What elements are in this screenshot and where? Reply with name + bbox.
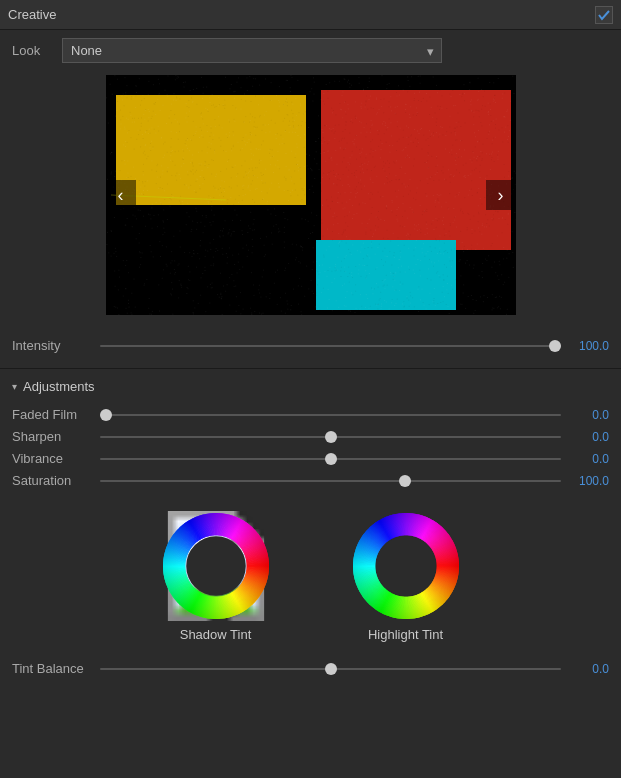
sharpen-value: 0.0 — [569, 430, 609, 444]
look-select-wrapper: None Aged Photo Cinematic Faded Vivid — [62, 38, 442, 63]
panel-title: Creative — [8, 7, 56, 22]
vibrance-label: Vibrance — [12, 451, 92, 466]
intensity-section: Intensity 100.0 — [0, 327, 621, 364]
intensity-value: 100.0 — [569, 339, 609, 353]
preview-canvas — [106, 75, 516, 315]
saturation-label: Saturation — [12, 473, 92, 488]
highlight-tint-label: Highlight Tint — [368, 627, 443, 642]
prev-arrow[interactable]: ‹ — [106, 180, 136, 210]
saturation-row: Saturation 100.0 — [12, 473, 609, 488]
look-label: Look — [12, 43, 52, 58]
tint-balance-slider[interactable] — [100, 668, 561, 670]
vibrance-slider-wrapper — [100, 458, 561, 460]
shadow-tint-item: Shadow Tint — [161, 511, 271, 642]
vibrance-slider[interactable] — [100, 458, 561, 460]
tint-balance-row: Tint Balance 0.0 — [12, 661, 609, 676]
saturation-slider[interactable] — [100, 480, 561, 482]
vibrance-row: Vibrance 0.0 — [12, 451, 609, 466]
highlight-tint-wheel[interactable] — [351, 511, 461, 621]
sharpen-slider-wrapper — [100, 436, 561, 438]
panel-header: Creative — [0, 0, 621, 30]
vibrance-value: 0.0 — [569, 452, 609, 466]
shadow-tint-label: Shadow Tint — [180, 627, 252, 642]
faded-film-row: Faded Film 0.0 — [12, 407, 609, 422]
tint-balance-label: Tint Balance — [12, 661, 92, 676]
tint-balance-section: Tint Balance 0.0 — [0, 650, 621, 687]
shadow-tint-wheel[interactable] — [161, 511, 271, 621]
look-row: Look None Aged Photo Cinematic Faded Viv… — [0, 30, 621, 71]
next-arrow[interactable]: › — [486, 180, 516, 210]
intensity-slider[interactable] — [100, 345, 561, 347]
highlight-tint-item: Highlight Tint — [351, 511, 461, 642]
intensity-label: Intensity — [12, 338, 92, 353]
tint-balance-slider-wrapper — [100, 668, 561, 670]
panel-enable-checkbox[interactable] — [595, 6, 613, 24]
adjustments-chevron: ▾ — [12, 381, 17, 392]
faded-film-value: 0.0 — [569, 408, 609, 422]
saturation-slider-wrapper — [100, 480, 561, 482]
adjustments-label: Adjustments — [23, 379, 95, 394]
sharpen-label: Sharpen — [12, 429, 92, 444]
sharpen-row: Sharpen 0.0 — [12, 429, 609, 444]
faded-film-slider[interactable] — [100, 414, 561, 416]
faded-film-slider-wrapper — [100, 414, 561, 416]
separator-1 — [0, 368, 621, 369]
tint-balance-value: 0.0 — [569, 662, 609, 676]
tint-section: Shadow Tint Highlight Tint — [0, 511, 621, 642]
adjustments-header[interactable]: ▾ Adjustments — [0, 373, 621, 396]
intensity-row: Intensity 100.0 — [12, 338, 609, 353]
look-select[interactable]: None Aged Photo Cinematic Faded Vivid — [62, 38, 442, 63]
adjustments-sliders: Faded Film 0.0 Sharpen 0.0 Vibrance 0.0 … — [0, 396, 621, 499]
sharpen-slider[interactable] — [100, 436, 561, 438]
intensity-slider-wrapper — [100, 345, 561, 347]
creative-panel: Creative Look None Aged Photo Cinematic … — [0, 0, 621, 778]
faded-film-label: Faded Film — [12, 407, 92, 422]
preview-image-container: ‹ › — [106, 75, 516, 315]
saturation-value: 100.0 — [569, 474, 609, 488]
